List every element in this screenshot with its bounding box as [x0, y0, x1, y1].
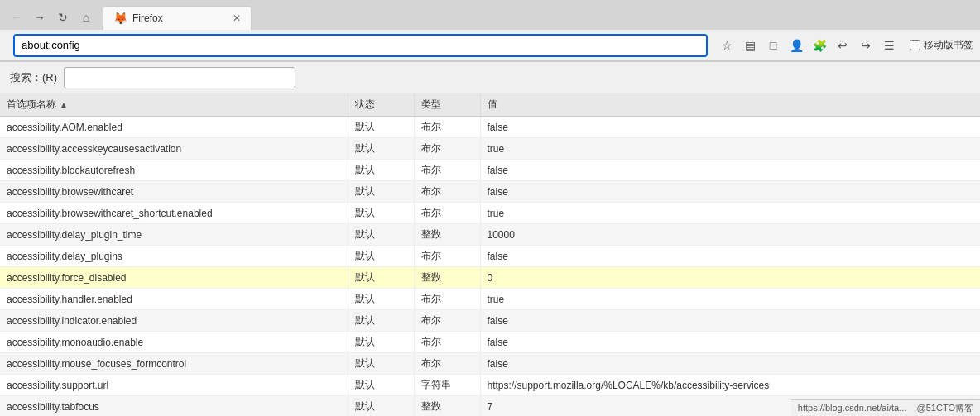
cell-name: accessibility.tabfocus — [0, 396, 348, 417]
table-row[interactable]: accessibility.blockautorefresh默认布尔false — [0, 160, 980, 181]
account-icon[interactable]: 👤 — [787, 36, 805, 55]
table-row[interactable]: accessibility.delay_plugin_time默认整数10000 — [0, 224, 980, 246]
cell-name: accessibility.browsewithcaret — [0, 181, 348, 203]
cell-status: 默认 — [348, 117, 414, 138]
cell-name: accessibility.mouse_focuses_formcontrol — [0, 353, 348, 375]
tab-close-button[interactable]: ✕ — [233, 12, 241, 24]
cell-status: 默认 — [348, 310, 414, 332]
cell-value: false — [480, 160, 980, 181]
table-row[interactable]: accessibility.indicator.enabled默认布尔false — [0, 310, 980, 332]
cell-value: false — [480, 332, 980, 353]
cell-name: accessibility.delay_plugin_time — [0, 224, 348, 246]
cell-name: accessibility.accesskeycausesactivation — [0, 138, 348, 160]
cell-name: accessibility.monoaudio.enable — [0, 332, 348, 353]
cell-name: accessibility.AOM.enabled — [0, 117, 348, 138]
cell-status: 默认 — [348, 224, 414, 246]
table-body: accessibility.AOM.enabled默认布尔falseaccess… — [0, 117, 980, 417]
cell-status: 默认 — [348, 203, 414, 224]
cell-value: true — [480, 289, 980, 310]
cell-value: false — [480, 117, 980, 138]
table-row[interactable]: accessibility.delay_plugins默认布尔false — [0, 246, 980, 267]
tab-title: Firefox — [132, 12, 163, 24]
cell-status: 默认 — [348, 375, 414, 396]
table-row[interactable]: accessibility.mouse_focuses_formcontrol默… — [0, 353, 980, 375]
cell-value: false — [480, 181, 980, 203]
table-header-row: 首选项名称 ▲ 状态 类型 值 — [0, 93, 980, 117]
cell-status: 默认 — [348, 246, 414, 267]
browser-chrome: ← → ↻ ⌂ 🦊 Firefox ✕ ☆ ▤ □ 👤 🧩 ↩ ↪ ☰ 移动版书… — [0, 0, 980, 62]
nav-buttons: ← → ↻ ⌂ — [7, 7, 96, 27]
cell-value: true — [480, 138, 980, 160]
cell-status: 默认 — [348, 160, 414, 181]
bookmark-star-icon[interactable]: ☆ — [718, 36, 736, 55]
cell-type: 整数 — [414, 224, 480, 246]
home-button[interactable]: ⌂ — [76, 7, 96, 27]
toolbar: ☆ ▤ □ 👤 🧩 ↩ ↪ ☰ 移动版书签 — [0, 30, 980, 61]
status-bar: https://blog.csdn.net/ai/ta... @51CTO博客 — [791, 399, 980, 416]
cell-type: 整数 — [414, 267, 480, 289]
status-url: https://blog.csdn.net/ai/ta... — [798, 403, 906, 413]
cell-status: 默认 — [348, 396, 414, 417]
table-row[interactable]: accessibility.handler.enabled默认布尔true — [0, 289, 980, 310]
cell-value: 0 — [480, 267, 980, 289]
cell-status: 默认 — [348, 289, 414, 310]
table-row[interactable]: accessibility.browsewithcaret默认布尔false — [0, 181, 980, 203]
cell-type: 布尔 — [414, 138, 480, 160]
table-row[interactable]: accessibility.accesskeycausesactivation默… — [0, 138, 980, 160]
cell-value: 10000 — [480, 224, 980, 246]
url-bar-container — [13, 34, 708, 57]
search-label: 搜索：(R) — [10, 70, 57, 85]
table-row[interactable]: accessibility.monoaudio.enable默认布尔false — [0, 332, 980, 353]
table-row[interactable]: accessibility.browsewithcaret_shortcut.e… — [0, 203, 980, 224]
column-header-status[interactable]: 状态 — [348, 93, 414, 117]
reload-button[interactable]: ↻ — [53, 7, 73, 27]
container-icon[interactable]: □ — [764, 36, 782, 55]
cell-value: false — [480, 246, 980, 267]
cell-type: 布尔 — [414, 117, 480, 138]
forward-button[interactable]: → — [30, 7, 50, 27]
cell-status: 默认 — [348, 267, 414, 289]
firefox-favicon-icon: 🦊 — [113, 12, 127, 25]
content-area: 搜索：(R) 首选项名称 ▲ 状态 类型 — [0, 62, 980, 416]
forward-history-icon[interactable]: ↪ — [857, 36, 875, 55]
cell-status: 默认 — [348, 181, 414, 203]
column-header-name[interactable]: 首选项名称 ▲ — [0, 93, 348, 117]
cell-name: accessibility.indicator.enabled — [0, 310, 348, 332]
preferences-table: 首选项名称 ▲ 状态 类型 值 accessibility.A — [0, 93, 980, 416]
menu-icon[interactable]: ☰ — [880, 36, 898, 55]
cell-status: 默认 — [348, 332, 414, 353]
cell-value: true — [480, 203, 980, 224]
url-bar[interactable] — [13, 34, 708, 57]
mobile-bookmark-checkbox[interactable] — [910, 40, 920, 50]
watermark: @51CTO博客 — [917, 403, 973, 413]
reader-view-icon[interactable]: ▤ — [741, 36, 759, 55]
extension-icon[interactable]: 🧩 — [810, 36, 829, 55]
cell-name: accessibility.delay_plugins — [0, 246, 348, 267]
cell-type: 布尔 — [414, 181, 480, 203]
back-button[interactable]: ← — [7, 7, 26, 27]
mobile-bookmark-label[interactable]: 移动版书签 — [910, 38, 973, 52]
search-bar: 搜索：(R) — [0, 62, 980, 93]
cell-name: accessibility.browsewithcaret_shortcut.e… — [0, 203, 348, 224]
cell-value: https://support.mozilla.org/%LOCALE%/kb/… — [480, 375, 980, 396]
table-row[interactable]: accessibility.force_disabled默认整数0 — [0, 267, 980, 289]
table-row[interactable]: accessibility.support.url默认字符串https://su… — [0, 375, 980, 396]
cell-type: 布尔 — [414, 160, 480, 181]
cell-type: 整数 — [414, 396, 480, 417]
browser-tab[interactable]: 🦊 Firefox ✕ — [103, 6, 252, 30]
search-input[interactable] — [64, 67, 295, 88]
back-history-icon[interactable]: ↩ — [833, 36, 852, 55]
tab-bar: ← → ↻ ⌂ 🦊 Firefox ✕ — [0, 0, 980, 30]
table-row[interactable]: accessibility.AOM.enabled默认布尔false — [0, 117, 980, 138]
cell-type: 字符串 — [414, 375, 480, 396]
cell-name: accessibility.force_disabled — [0, 267, 348, 289]
cell-name: accessibility.support.url — [0, 375, 348, 396]
cell-status: 默认 — [348, 353, 414, 375]
sort-arrow-icon: ▲ — [60, 100, 68, 109]
column-header-value[interactable]: 值 — [480, 93, 980, 117]
cell-value: false — [480, 353, 980, 375]
column-header-type[interactable]: 类型 — [414, 93, 480, 117]
preferences-table-container[interactable]: 首选项名称 ▲ 状态 类型 值 accessibility.A — [0, 93, 980, 416]
cell-status: 默认 — [348, 138, 414, 160]
cell-value: false — [480, 310, 980, 332]
